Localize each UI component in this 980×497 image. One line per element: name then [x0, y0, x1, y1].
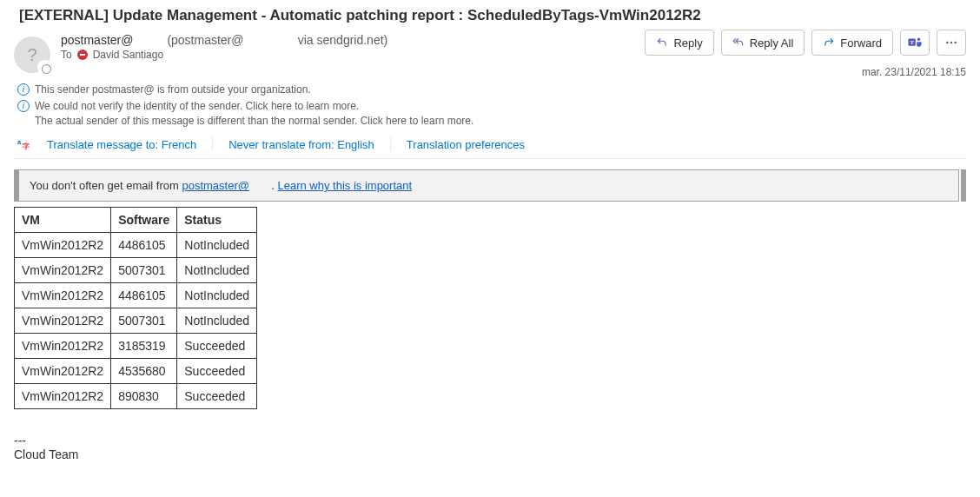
table-cell: VmWin2012R2 — [15, 359, 111, 384]
table-cell: Succeeded — [177, 384, 257, 409]
translation-prefs-link[interactable]: Translation preferences — [407, 138, 525, 151]
info-icon: i — [17, 100, 30, 112]
identity-warning[interactable]: We could not verify the identity of the … — [35, 98, 359, 115]
never-translate-link[interactable]: Never translate from: English — [228, 138, 374, 151]
external-sender-warning: This sender postmaster@ is from outside … — [35, 82, 311, 98]
svg-point-4 — [950, 42, 952, 43]
signature: --- Cloud Team — [14, 434, 966, 461]
stop-icon — [77, 50, 88, 60]
reply-icon — [656, 36, 668, 49]
svg-text:a: a — [17, 138, 22, 146]
table-cell: 5007301 — [111, 308, 177, 334]
table-cell: 5007301 — [111, 258, 177, 283]
message-actions: Reply Reply All Forward T mar. 23/11/202… — [645, 30, 966, 56]
table-cell: VmWin2012R2 — [15, 233, 111, 258]
table-cell: NotIncluded — [177, 308, 257, 334]
table-cell: 4486105 — [111, 283, 177, 308]
table-cell: 890830 — [111, 384, 177, 409]
tip-sender-link[interactable]: postmaster@ — [182, 179, 249, 192]
sender-display: postmaster@ — [61, 33, 133, 47]
svg-point-2 — [917, 38, 920, 41]
avatar: ? — [14, 36, 50, 73]
table-cell: 4535680 — [111, 359, 177, 384]
table-row: VmWin2012R2890830Succeeded — [15, 384, 257, 409]
reply-label: Reply — [673, 36, 702, 50]
translate-to-link[interactable]: Translate message to: French — [47, 138, 196, 151]
sender-parenthetical: (postmaster@ — [167, 33, 243, 47]
info-icon: i — [17, 83, 30, 96]
forward-label: Forward — [840, 36, 882, 50]
timestamp: mar. 23/11/2021 18:15 — [862, 66, 966, 78]
svg-point-5 — [954, 42, 956, 43]
sender-via: via sendgrid.net) — [298, 33, 388, 47]
table-cell: VmWin2012R2 — [15, 308, 111, 334]
table-cell: NotIncluded — [177, 283, 257, 308]
col-status: Status — [177, 208, 257, 233]
translate-icon: a字 — [17, 137, 31, 151]
translate-bar: a字 Translate message to: French Never tr… — [14, 137, 966, 159]
reply-all-button[interactable]: Reply All — [721, 30, 805, 56]
teams-button[interactable]: T — [900, 30, 930, 56]
reply-all-label: Reply All — [750, 36, 794, 50]
ellipsis-icon — [944, 36, 958, 50]
table-cell: VmWin2012R2 — [15, 334, 111, 359]
learn-why-link[interactable]: Learn why this is important — [277, 179, 412, 192]
table-cell: VmWin2012R2 — [15, 384, 111, 409]
reply-button[interactable]: Reply — [645, 30, 713, 56]
actual-sender-warning[interactable]: The actual sender of this message is dif… — [35, 115, 966, 127]
table-row: VmWin2012R24486105NotIncluded — [15, 283, 257, 308]
table-cell: NotIncluded — [177, 258, 257, 283]
safety-tip: You don't often get email from postmaste… — [14, 169, 966, 202]
signature-line: Cloud Team — [14, 447, 966, 461]
table-cell: 4486105 — [111, 233, 177, 258]
separator — [390, 137, 391, 151]
email-header: ? postmaster@ (postmaster@ via sendgrid.… — [14, 33, 966, 73]
tip-accent-right — [961, 169, 966, 202]
svg-point-3 — [946, 42, 948, 43]
table-row: VmWin2012R25007301NotIncluded — [15, 258, 257, 283]
to-label: To — [61, 49, 72, 61]
teams-icon: T — [907, 35, 923, 50]
table-row: VmWin2012R24535680Succeeded — [15, 359, 257, 384]
signature-sep: --- — [14, 434, 966, 447]
table-cell: VmWin2012R2 — [15, 258, 111, 283]
table-cell: Succeeded — [177, 359, 257, 384]
to-recipient: David Santiago — [93, 49, 163, 61]
separator — [212, 137, 213, 151]
table-cell: Succeeded — [177, 334, 257, 359]
avatar-initial: ? — [27, 45, 36, 65]
table-row: VmWin2012R24486105NotIncluded — [15, 233, 257, 258]
forward-icon — [823, 36, 835, 49]
email-subject: [EXTERNAL] Update Management - Automatic… — [14, 7, 966, 24]
reply-all-icon — [732, 36, 745, 49]
table-cell: 3185319 — [111, 334, 177, 359]
col-vm: VM — [15, 208, 111, 233]
presence-indicator — [42, 64, 51, 74]
table-row: VmWin2012R25007301NotIncluded — [15, 308, 257, 334]
tip-prefix: You don't often get email from — [30, 179, 182, 192]
svg-text:T: T — [910, 39, 914, 45]
col-software: Software — [111, 208, 177, 233]
warning-block: i This sender postmaster@ is from outsid… — [14, 82, 966, 127]
svg-text:字: 字 — [23, 142, 30, 151]
more-actions-button[interactable] — [937, 30, 966, 56]
forward-button[interactable]: Forward — [811, 30, 893, 56]
table-cell: VmWin2012R2 — [15, 283, 111, 308]
table-cell: NotIncluded — [177, 233, 257, 258]
report-table: VM Software Status VmWin2012R24486105Not… — [14, 207, 257, 409]
table-row: VmWin2012R23185319Succeeded — [15, 334, 257, 359]
